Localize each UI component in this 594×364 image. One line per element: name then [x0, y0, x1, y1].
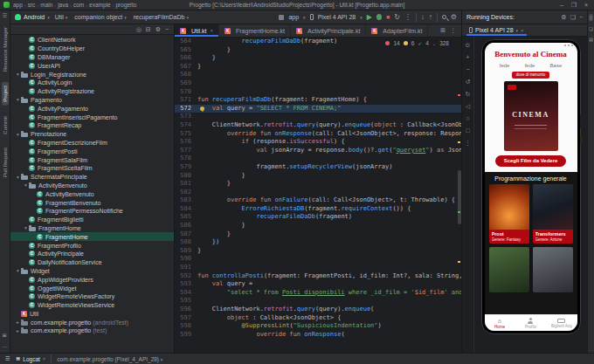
- tree-item[interactable]: ▸com.example.progetto (androidTest): [10, 318, 174, 326]
- movie-card[interactable]: TransformersGenere: Azione: [533, 184, 573, 244]
- more-icon[interactable]: ⋮: [465, 140, 471, 146]
- tree-item[interactable]: CActivityPrincipale: [10, 250, 174, 258]
- code-line[interactable]: 584 ErroreRichiestaDB(fragment.requireCo…: [175, 205, 461, 214]
- code-line[interactable]: 569: [175, 79, 461, 88]
- running-devices-stripe-icon[interactable]: ▯: [589, 14, 593, 21]
- volume-up-icon[interactable]: +: [466, 54, 469, 60]
- power-icon[interactable]: ⊙: [466, 42, 471, 48]
- code-line[interactable]: 582: [175, 189, 461, 197]
- run-config-selector[interactable]: app: [288, 14, 299, 20]
- gradle-stripe-icon[interactable]: ❏: [589, 26, 592, 31]
- maximize-button[interactable]: ❐: [568, 0, 580, 10]
- code-breadcrumb-chip[interactable]: recuperaFilmDaDb▾: [134, 14, 189, 20]
- panel-settings-icon[interactable]: ⚙: [561, 14, 566, 21]
- tool-window-tab-pull-request[interactable]: Pull Request: [2, 144, 9, 181]
- tree-item[interactable]: CActivityPagamento: [10, 104, 174, 113]
- debug-button[interactable]: [376, 14, 382, 20]
- code-line[interactable]: 598 @SuppressLint("SuspiciousIndentation…: [175, 322, 461, 331]
- expand-arrow-icon[interactable]: ▾: [15, 268, 21, 273]
- rerun-icon[interactable]: ↻: [394, 13, 400, 21]
- code-view[interactable]: 564 recuperaFilmDaDb(fragment)565 }566 }…: [175, 38, 461, 353]
- editor-tab[interactable]: KActivityPrincipale.kt: [291, 24, 366, 37]
- tree-item[interactable]: CClientNetwork: [10, 36, 174, 45]
- editor-tab[interactable]: KAdapterFilm.kt: [366, 24, 428, 37]
- tree-item[interactable]: CFragmentBiglietti: [10, 216, 174, 224]
- expand-arrow-icon[interactable]: ▾: [15, 97, 21, 102]
- expand-arrow-icon[interactable]: ▸: [15, 328, 21, 333]
- breadcrumb-item[interactable]: src: [28, 2, 36, 8]
- collapse-all-icon[interactable]: ⊟: [146, 26, 151, 33]
- breadcrumb-item[interactable]: java: [58, 2, 68, 8]
- tree-item[interactable]: ▸com.example.progetto (test): [10, 326, 174, 335]
- close-icon[interactable]: ×: [211, 28, 214, 33]
- choose-film-button[interactable]: Scegli Film da Vedere: [495, 155, 567, 167]
- tree-item[interactable]: ▾Prenotazione: [10, 130, 174, 139]
- tree-item[interactable]: CFragmentSalaFilm: [10, 155, 174, 164]
- more-tools-icon[interactable]: ⋯: [3, 343, 8, 349]
- tree-item[interactable]: ▾Login_Registrazione: [10, 70, 174, 79]
- tree-item[interactable]: CWidgetRemoteViewsFactory: [10, 292, 174, 301]
- run-button[interactable]: ▶: [367, 14, 372, 21]
- panel-float-icon[interactable]: ❏: [570, 14, 576, 21]
- overview-icon[interactable]: □: [466, 127, 469, 134]
- tree-item[interactable]: CFragmentInserisciPagamento: [10, 113, 174, 121]
- tree-item[interactable]: COggettiWidget: [10, 284, 174, 292]
- code-line[interactable]: 597 object : Callback<JsonObject> {: [175, 314, 461, 323]
- tree-item[interactable]: CFragmentBenvenuto: [10, 198, 174, 207]
- tree-item[interactable]: ▾ActivityBenvenuto: [10, 182, 174, 190]
- code-line[interactable]: 572 val query = "SELECT * FROM CINEMA;": [175, 105, 461, 113]
- tree-item[interactable]: CAppWidgetProviders: [10, 275, 174, 284]
- locate-file-icon[interactable]: ◎: [136, 26, 142, 33]
- code-line[interactable]: 581 }: [175, 180, 461, 189]
- app-tab[interactable]: Base: [550, 63, 563, 68]
- expand-arrow-icon[interactable]: ▾: [15, 72, 21, 77]
- code-line[interactable]: 580 }: [175, 172, 461, 181]
- tree-item[interactable]: CFragmentRecap: [10, 121, 174, 130]
- code-line[interactable]: 593 val query =: [175, 280, 461, 289]
- tree-item[interactable]: CDailyNotificationService: [10, 258, 174, 267]
- close-icon[interactable]: ×: [43, 356, 46, 361]
- code-line[interactable]: 566 }: [175, 54, 461, 63]
- phone-screen[interactable]: Benvenuto al Cinema fedefedeBase dove di…: [485, 43, 577, 331]
- expand-arrow-icon[interactable]: ▾: [23, 225, 29, 230]
- logcat-tab[interactable]: ≣ Logcat ×: [16, 355, 46, 362]
- tree-item[interactable]: CActivityBenvenuto: [10, 189, 174, 198]
- inspections-widget[interactable]: 14 6 ✓ 4 ⌄ 328: [382, 39, 452, 47]
- editor-body[interactable]: 564 recuperaFilmDaDb(fragment)565 }566 }…: [175, 38, 461, 353]
- expand-arrow-icon[interactable]: ▸: [15, 319, 21, 325]
- breadcrumb-item[interactable]: app: [13, 2, 23, 8]
- tool-window-tab-project[interactable]: Project: [2, 82, 9, 106]
- tree-item[interactable]: ▾Widget: [10, 267, 174, 276]
- tree-item[interactable]: CFragmentHome: [10, 232, 174, 241]
- code-line[interactable]: 589}: [175, 247, 461, 256]
- tree-item[interactable]: CActivityLogin: [10, 79, 174, 87]
- tree-item[interactable]: CCountryDbHelper: [10, 45, 174, 53]
- code-line[interactable]: 583 override fun onFailure(call: Call<Js…: [175, 196, 461, 205]
- tree-item[interactable]: ▾FragmentHome: [10, 224, 174, 233]
- tree-item[interactable]: ▾Pagamento: [10, 96, 174, 105]
- breadcrumb-item[interactable]: main: [40, 2, 52, 8]
- split-editor-icon[interactable]: ⊞: [440, 27, 446, 34]
- build-icon[interactable]: ⊞: [3, 332, 8, 338]
- expand-arrow-icon[interactable]: ▾: [23, 182, 29, 188]
- code-line[interactable]: 587 }: [175, 230, 461, 239]
- nav-item-home[interactable]: ⌂Home: [485, 315, 515, 331]
- back-icon[interactable]: ◁: [466, 103, 470, 109]
- code-line[interactable]: 592fun controllaPosti(fragment: Fragment…: [175, 272, 461, 281]
- volume-down-icon[interactable]: −: [466, 66, 469, 72]
- expand-arrow-icon[interactable]: ▾: [15, 175, 21, 180]
- tree-item[interactable]: CFragmentProfilo: [10, 241, 174, 250]
- panel-settings-icon[interactable]: ⚙: [155, 26, 161, 33]
- git-update-icon[interactable]: ↓: [421, 13, 425, 21]
- movie-card[interactable]: ProstGenere: Fantasy: [489, 184, 529, 244]
- featured-chip[interactable]: dove di tramonto: [512, 72, 550, 79]
- code-line[interactable]: 573: [175, 113, 461, 121]
- breadcrumb-item[interactable]: example: [89, 2, 111, 8]
- settings-gear-icon[interactable]: ⚙: [451, 13, 457, 21]
- code-line[interactable]: 574 ClientNetwork.retrofit.query(query).…: [175, 121, 461, 130]
- git-push-icon[interactable]: ↑: [429, 13, 432, 21]
- code-line[interactable]: 595: [175, 297, 461, 306]
- menu-icon[interactable]: ☰: [3, 12, 7, 18]
- stop-button[interactable]: ■: [386, 14, 390, 21]
- project-view-selector[interactable]: Android ▾: [15, 14, 50, 20]
